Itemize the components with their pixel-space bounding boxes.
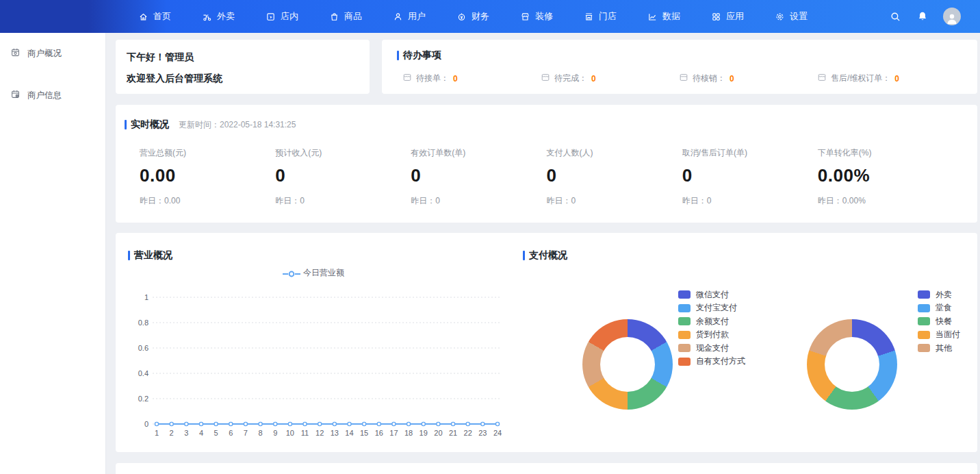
ticket-icon (541, 73, 550, 84)
legend-swatch (918, 304, 930, 312)
todo-count: 0 (730, 74, 734, 84)
payment-method-donut-chart (582, 319, 673, 410)
legend-swatch (678, 290, 691, 299)
nav-right-actions (888, 0, 961, 33)
nav-item-store[interactable]: 门店 (584, 10, 617, 23)
data-icon (647, 12, 658, 22)
line-chart-legend[interactable]: 今日营业额 (116, 267, 511, 279)
legend-swatch (918, 331, 930, 339)
welcome-subtitle: 欢迎登入后台管理系统 (127, 73, 370, 85)
welcome-greeting: 下午好！管理员 (127, 51, 370, 64)
ticket-icon (679, 73, 688, 84)
nav-item-data[interactable]: 数据 (647, 10, 680, 23)
business-overview-title: 营业概况 (134, 249, 172, 262)
legend-swatch (678, 344, 691, 352)
svg-text:6: 6 (229, 429, 233, 437)
legend-item[interactable]: 微信支付 (678, 290, 745, 299)
welcome-card: 下午好！管理员 欢迎登入后台管理系统 (116, 40, 370, 94)
bell-icon[interactable] (916, 10, 929, 23)
legend-item[interactable]: 快餐 (918, 317, 960, 325)
nav-item-settings[interactable]: 设置 (775, 10, 808, 23)
svg-text:12: 12 (315, 429, 324, 437)
nav-item-takeout[interactable]: 外卖 (202, 10, 235, 23)
todo-item-aftersale-orders[interactable]: 售后/维权订单：0 (817, 73, 955, 84)
section-bar (523, 251, 525, 260)
sidebar-item-merchant-overview[interactable]: 商户概况 (0, 38, 105, 69)
legend-item[interactable]: 自有支付方式 (678, 358, 745, 366)
svg-text:1: 1 (144, 293, 149, 301)
donut-hole (600, 337, 655, 392)
legend-item[interactable]: 其他 (918, 344, 960, 352)
nav-item-apps[interactable]: 应用 (711, 10, 744, 23)
svg-text:14: 14 (345, 429, 353, 437)
charts-card: 营业概况 支付概况 今日营业额 00.20.40.60.811234567891… (116, 233, 977, 452)
legend-swatch (678, 317, 691, 325)
main-content: 下午好！管理员 欢迎登入后台管理系统 待办事项 待接单：0 待完成：0 待核销：… (107, 33, 980, 474)
decorate-icon (520, 12, 530, 22)
nav-item-user[interactable]: 用户 (393, 10, 426, 23)
user-icon (393, 12, 403, 22)
order-type-donut-chart (807, 319, 897, 410)
svg-text:0.4: 0.4 (138, 369, 149, 377)
svg-text:22: 22 (464, 429, 472, 437)
legend-item[interactable]: 货到付款 (678, 331, 745, 339)
svg-text:0.6: 0.6 (138, 344, 149, 352)
legend-swatch (678, 304, 691, 312)
svg-text:23: 23 (478, 429, 487, 437)
nav-menu: 首页 外卖 店内 商品 用户 财务 装修 门店 (0, 10, 808, 23)
sidebar: 商户概况 商户信息 (0, 33, 106, 474)
legend-item[interactable]: 支付宝支付 (678, 304, 745, 312)
stat-expected-income: 预计收入(元) 0 昨日：0 (275, 147, 411, 207)
svg-text:5: 5 (214, 429, 218, 437)
svg-text:19: 19 (420, 429, 428, 437)
section-bar (397, 51, 399, 60)
finance-icon (456, 12, 467, 22)
section-bar (125, 120, 127, 129)
todo-count: 0 (894, 74, 899, 84)
nav-item-finance[interactable]: 财务 (456, 10, 489, 23)
svg-text:10: 10 (286, 429, 294, 437)
legend-marker-icon (283, 271, 300, 277)
todo-count: 0 (591, 74, 596, 84)
legend-swatch (678, 358, 691, 366)
sidebar-item-merchant-info[interactable]: 商户信息 (0, 79, 105, 111)
legend-item[interactable]: 余额支付 (678, 317, 745, 325)
svg-text:4: 4 (199, 429, 203, 437)
payment-method-legend: 微信支付支付宝支付余额支付货到付款现金支付自有支付方式 (678, 290, 745, 371)
svg-text:0.2: 0.2 (138, 395, 149, 403)
settings-icon (775, 12, 785, 22)
nav-item-goods[interactable]: 商品 (329, 10, 362, 23)
svg-text:0: 0 (144, 420, 149, 428)
todo-item-pending-complete[interactable]: 待完成：0 (541, 73, 679, 84)
svg-text:8: 8 (259, 429, 263, 437)
home-icon (138, 12, 149, 22)
today-sales-line-chart: 00.20.40.60.8112345678910111213141516171… (132, 285, 507, 447)
svg-text:9: 9 (273, 429, 277, 437)
todo-item-pending-accept[interactable]: 待接单：0 (402, 73, 541, 84)
svg-text:13: 13 (331, 429, 339, 437)
search-icon[interactable] (888, 10, 902, 23)
nav-item-decorate[interactable]: 装修 (520, 10, 553, 23)
nav-item-home[interactable]: 首页 (138, 10, 171, 23)
apps-icon (711, 12, 721, 22)
goods-icon (329, 12, 339, 22)
todo-count: 0 (453, 74, 458, 84)
section-bar (128, 251, 130, 260)
todo-title: 待办事项 (403, 49, 441, 62)
svg-text:2: 2 (170, 429, 174, 437)
svg-text:0.8: 0.8 (138, 319, 149, 327)
legend-swatch (918, 344, 930, 352)
svg-text:18: 18 (404, 429, 413, 437)
user-avatar[interactable] (943, 8, 961, 25)
legend-swatch (918, 317, 930, 325)
legend-item[interactable]: 当面付 (918, 331, 960, 339)
nav-item-instore[interactable]: 店内 (266, 10, 298, 23)
ticket-icon (817, 73, 827, 84)
legend-item[interactable]: 现金支付 (678, 344, 745, 352)
svg-text:7: 7 (244, 429, 248, 437)
legend-item[interactable]: 堂食 (918, 304, 960, 312)
legend-item[interactable]: 外卖 (918, 290, 960, 299)
svg-text:17: 17 (389, 429, 398, 437)
todo-item-pending-verify[interactable]: 待核销：0 (679, 73, 817, 84)
order-type-legend: 外卖堂食快餐当面付其他 (918, 290, 960, 358)
